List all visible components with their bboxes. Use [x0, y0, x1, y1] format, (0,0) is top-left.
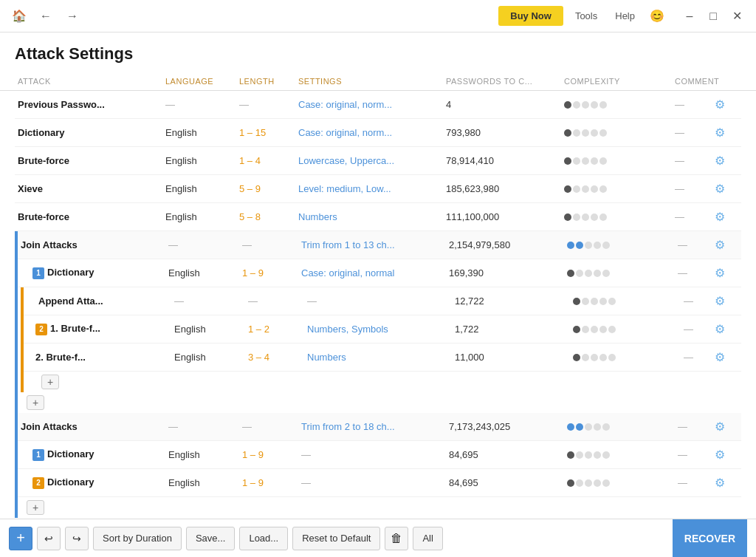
undo-button[interactable]: ↩ — [37, 527, 61, 550]
dot — [585, 270, 592, 277]
settings-link[interactable]: Numbers — [304, 347, 452, 367]
dot — [582, 129, 589, 137]
home-button[interactable]: 🏠 — [9, 6, 30, 27]
join-attacks-group-1: Join Attacks — — Trim from 1 to 13 ch...… — [15, 231, 741, 413]
language-cell: English — [165, 445, 239, 465]
table-row: Brute-force English 1 – 4 Lowercase, Upp… — [15, 147, 741, 175]
help-menu[interactable]: Help — [609, 7, 641, 24]
dot — [573, 213, 580, 221]
emoji-button[interactable]: 😊 — [647, 6, 667, 26]
complexity-dots — [564, 213, 669, 221]
add-inner-button[interactable]: + — [41, 375, 59, 389]
length-cell: — — [236, 95, 295, 115]
attack-name: Dictionary — [15, 123, 162, 143]
settings-link[interactable]: Case: original, normal — [298, 263, 446, 283]
attack-name: Brute-force — [15, 207, 162, 227]
back-button[interactable]: ← — [35, 6, 56, 27]
dot — [576, 242, 583, 249]
dot — [576, 270, 583, 277]
passwords-cell: 78,914,410 — [443, 151, 561, 171]
gear-button[interactable]: ⚙ — [715, 238, 725, 252]
complexity-cell — [561, 181, 672, 197]
language-cell: — — [165, 235, 239, 255]
complexity-cell — [561, 97, 672, 113]
redo-button[interactable]: ↪ — [65, 527, 89, 550]
language-cell: — — [165, 417, 239, 437]
dot — [582, 354, 589, 361]
comment-cell: — — [672, 95, 712, 115]
dot — [591, 354, 598, 361]
settings-cell: — — [304, 291, 452, 311]
gear-button[interactable]: ⚙ — [715, 98, 725, 112]
gear-button[interactable]: ⚙ — [715, 266, 725, 280]
delete-button[interactable]: 🗑 — [385, 527, 408, 550]
dot — [567, 242, 574, 249]
settings-link[interactable]: Numbers, Symbols — [304, 319, 452, 339]
dot — [599, 213, 607, 221]
title-bar-right: Buy Now Tools Help 😊 – □ ✕ — [83, 6, 747, 27]
settings-link[interactable]: Numbers — [295, 207, 443, 227]
gear-button[interactable]: ⚙ — [715, 420, 725, 434]
dot — [573, 101, 580, 109]
maximize-button[interactable]: □ — [703, 6, 724, 27]
gear-button[interactable]: ⚙ — [715, 322, 725, 336]
join-attacks-group-2: Join Attacks — — Trim from 2 to 18 ch...… — [15, 413, 741, 518]
recover-button[interactable]: RECOVER — [673, 519, 747, 558]
gear-button[interactable]: ⚙ — [715, 182, 725, 196]
col-attack: ATTACK — [15, 72, 162, 90]
dot — [582, 185, 589, 193]
dot — [608, 326, 616, 333]
settings-link[interactable]: Case: original, norm... — [295, 123, 443, 143]
settings-link[interactable]: Case: original, norm... — [295, 95, 443, 115]
dot — [599, 157, 607, 165]
language-cell: English — [162, 123, 236, 143]
settings-link[interactable]: Lowercase, Upperca... — [295, 151, 443, 171]
col-actions — [722, 72, 752, 90]
col-complexity: COMPLEXITY — [561, 72, 672, 90]
forward-button[interactable]: → — [62, 6, 83, 27]
passwords-cell: 185,623,980 — [443, 179, 561, 199]
buy-now-button[interactable]: Buy Now — [498, 6, 563, 26]
gear-button[interactable]: ⚙ — [715, 210, 725, 224]
length-cell: 3 – 4 — [245, 347, 304, 367]
gear-button[interactable]: ⚙ — [715, 350, 725, 364]
complexity-dots — [573, 354, 678, 361]
dot — [573, 129, 580, 137]
all-button[interactable]: All — [413, 527, 442, 550]
complexity-cell — [564, 265, 675, 281]
add-attack-button[interactable]: + — [9, 527, 32, 550]
complexity-dots — [567, 242, 672, 249]
passwords-cell: 111,100,000 — [443, 207, 561, 227]
passwords-cell: 1,722 — [452, 319, 570, 339]
save-button[interactable]: Save... — [186, 527, 235, 550]
close-button[interactable]: ✕ — [726, 6, 747, 27]
settings-link[interactable]: Trim from 1 to 13 ch... — [298, 235, 446, 255]
length-cell: 1 – 9 — [239, 263, 298, 283]
gear-button[interactable]: ⚙ — [715, 294, 725, 308]
load-button[interactable]: Load... — [239, 527, 288, 550]
add-group2-button[interactable]: + — [27, 500, 44, 515]
join-attacks-label-2: Join Attacks — [18, 417, 165, 437]
language-cell: English — [165, 263, 239, 283]
dot — [591, 101, 598, 109]
table-header: ATTACK LANGUAGE LENGTH SETTINGS PASSWORD… — [0, 72, 756, 91]
add-outer-button[interactable]: + — [27, 395, 44, 410]
passwords-cell: 793,980 — [443, 123, 561, 143]
gear-button[interactable]: ⚙ — [715, 476, 725, 490]
table-row: 1Dictionary English 1 – 9 — 84,695 — ⚙ — [18, 441, 741, 469]
dot — [594, 451, 601, 459]
col-settings: SETTINGS — [295, 72, 443, 90]
reset-to-default-button[interactable]: Reset to Default — [292, 527, 380, 550]
minimize-button[interactable]: – — [679, 6, 700, 27]
sort-by-duration-button[interactable]: Sort by Duration — [93, 527, 182, 550]
gear-button[interactable]: ⚙ — [715, 126, 725, 140]
settings-link[interactable]: Level: medium, Low... — [295, 179, 443, 199]
settings-cell: — — [298, 445, 446, 465]
gear-button[interactable]: ⚙ — [715, 448, 725, 462]
language-cell: English — [162, 207, 236, 227]
table-row: 2. Brute-f... English 3 – 4 Numbers 11,0… — [24, 344, 741, 372]
attack-name: 2Dictionary — [18, 472, 165, 493]
settings-link[interactable]: Trim from 2 to 18 ch... — [298, 417, 446, 437]
gear-button[interactable]: ⚙ — [715, 154, 725, 168]
tools-menu[interactable]: Tools — [569, 7, 603, 24]
